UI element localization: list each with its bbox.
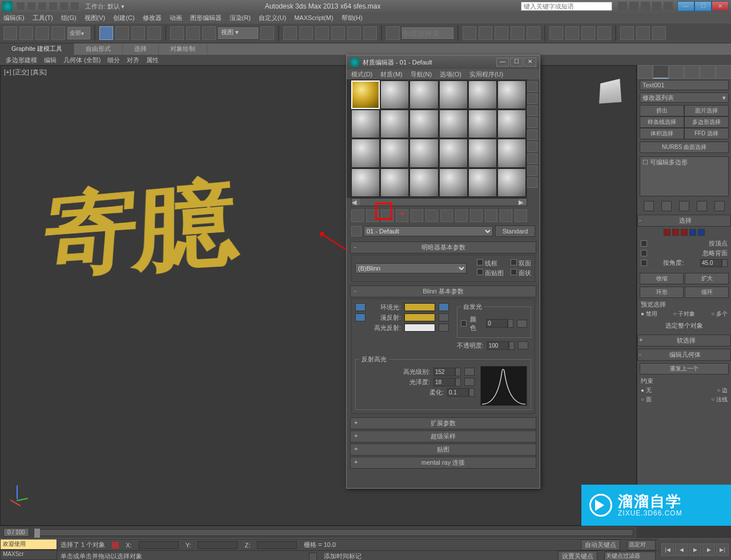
teapot2-icon[interactable] (636, 26, 650, 40)
go-parent-icon[interactable] (500, 210, 512, 222)
rollout-maps-header[interactable]: +贴图 (350, 444, 536, 456)
radio-pv-sub[interactable]: ○ 子对象 (673, 310, 696, 318)
modifier-stack[interactable]: ☐ 可编辑多边形 (640, 156, 729, 196)
manipulate-button[interactable] (283, 26, 297, 40)
put-to-lib-icon[interactable] (440, 210, 453, 222)
spinner-arrows-icon[interactable] (722, 259, 728, 267)
slots-scrollbar[interactable]: ◀▶ (351, 198, 527, 206)
spinner-snap-button[interactable] (363, 26, 377, 40)
mat-slot-17[interactable] (468, 139, 497, 167)
workspace-label[interactable]: 工作台: 默认 (85, 2, 120, 11)
radio-c-none[interactable]: ● 无 (641, 386, 652, 394)
modifier-list-dropdown[interactable]: 修改器列表▾ (640, 92, 729, 103)
mod-btn-poly[interactable]: 多边形选择 (684, 116, 729, 128)
qa-save-icon[interactable] (38, 2, 47, 11)
ribbon-sub-polymodel[interactable]: 多边形建模 (6, 56, 37, 65)
object-name-field[interactable]: Text001 (640, 80, 729, 90)
stack-pin-icon[interactable] (644, 201, 654, 211)
ribbon-tab-graphite[interactable]: Graphite 建模工具 (0, 43, 74, 55)
mat-slot-14[interactable] (380, 139, 409, 167)
mirror-button[interactable] (463, 26, 476, 40)
chk-faceted[interactable]: 面状 (511, 269, 531, 277)
chk-facemap[interactable]: 面贴图 (477, 269, 504, 277)
mat-slot-13[interactable] (351, 139, 380, 167)
select-by-mat-icon[interactable] (527, 166, 537, 176)
coord-z-input[interactable] (257, 541, 297, 549)
chk-wire[interactable]: 线框 (477, 259, 504, 268)
btn-repeat-last[interactable]: 重复上一个 (640, 363, 729, 374)
redo-button[interactable] (19, 26, 33, 40)
mat-slot-9[interactable] (409, 110, 438, 138)
options-icon[interactable] (527, 154, 537, 164)
time-frame-display[interactable]: 0 / 100 (3, 528, 29, 537)
cmd-tab-motion[interactable] (684, 65, 700, 79)
mod-btn-volume[interactable]: 体积选择 (640, 128, 684, 139)
radio-c-face[interactable]: ○ 面 (641, 396, 652, 404)
unlink-button[interactable] (51, 26, 65, 40)
spinner-arrows-icon[interactable] (508, 319, 513, 328)
mat-menu-mode[interactable]: 模式(D) (351, 70, 372, 79)
named-selection-input[interactable] (402, 27, 453, 39)
snap-toggle-button[interactable] (315, 26, 329, 40)
ref-coord-dropdown[interactable]: 视图 ▾ (218, 27, 258, 39)
mat-slot-22[interactable] (439, 168, 468, 197)
spinner-arrows-icon[interactable] (509, 341, 515, 350)
mat-slot-16[interactable] (439, 139, 468, 167)
mat-slot-3[interactable] (409, 80, 438, 109)
qa-new-icon[interactable] (16, 2, 25, 11)
ribbon-tab-paint[interactable]: 对象绘制 (159, 43, 207, 55)
qa-redo-icon[interactable] (59, 2, 69, 11)
make-unique-icon[interactable] (425, 210, 438, 222)
viewport-label[interactable]: [+] [正交] [真实] (4, 68, 47, 76)
infocenter-icon[interactable] (618, 2, 627, 11)
btn-shrink[interactable]: 收缩 (640, 273, 684, 284)
mat-slot-18[interactable] (497, 139, 526, 167)
rollout-editgeo-header[interactable]: -编辑几何体 (637, 349, 731, 361)
play-start-icon[interactable]: |◀ (661, 543, 674, 556)
gloss-map-button[interactable] (464, 378, 475, 386)
window-maximize-button[interactable]: ☐ (694, 1, 712, 11)
play-icon[interactable]: ▶ (689, 543, 701, 556)
mat-slot-1[interactable] (351, 80, 380, 109)
pivot-button[interactable] (260, 26, 274, 40)
selection-filter-dropdown[interactable]: 全部 ▾ (67, 27, 90, 39)
spinner-arrows-icon[interactable] (469, 388, 475, 397)
mat-slot-8[interactable] (380, 110, 409, 138)
subobj-border-icon[interactable] (681, 229, 688, 236)
cmd-tab-create[interactable] (637, 65, 653, 79)
play-prev-icon[interactable]: ◀ (675, 543, 688, 556)
select-rect-button[interactable] (131, 26, 145, 40)
window-minimize-button[interactable]: — (677, 1, 694, 11)
ribbon-tab-freeform[interactable]: 自由形式 (74, 43, 123, 55)
specular-map-button[interactable] (439, 324, 449, 332)
ambient-lock-icon[interactable] (355, 303, 366, 311)
menu-customize[interactable]: 自定义(U) (259, 14, 286, 22)
material-editor-button[interactable] (549, 26, 563, 40)
align-button[interactable] (479, 26, 492, 40)
spec-level-spinner[interactable] (433, 368, 455, 376)
ribbon-sub-geometry[interactable]: 几何体 (全部) (63, 56, 101, 65)
teapot1-icon[interactable] (620, 26, 634, 40)
add-time-tag[interactable]: 添加时间标记 (324, 552, 362, 560)
btn-grow[interactable]: 扩大 (685, 273, 729, 284)
ambient-swatch[interactable] (404, 303, 435, 311)
material-name-dropdown[interactable]: 01 - Default (364, 226, 493, 236)
cmd-tab-display[interactable] (700, 65, 715, 79)
mat-menu-options[interactable]: 选项(O) (440, 70, 461, 79)
soften-spinner[interactable] (447, 388, 469, 397)
material-type-button[interactable]: Standard (495, 225, 535, 237)
subobj-poly-icon[interactable] (689, 229, 696, 236)
backlight-icon[interactable] (527, 94, 537, 104)
mod-btn-nurbs[interactable]: NURBS 曲面选择 (640, 142, 729, 153)
menu-rendering[interactable]: 渲染(R) (230, 14, 251, 22)
move-button[interactable] (170, 26, 184, 40)
mod-btn-extrude[interactable]: 挤出 (640, 105, 684, 116)
menu-maxscript[interactable]: MAXScript(M) (294, 14, 333, 21)
mat-slot-5[interactable] (468, 80, 497, 109)
scale-button[interactable] (202, 26, 216, 40)
btn-ring[interactable]: 环形 (640, 287, 684, 298)
chk-by-angle[interactable] (641, 260, 647, 266)
play-next-icon[interactable]: ▶ (702, 543, 715, 556)
link-button[interactable] (35, 26, 49, 40)
stack-config-icon[interactable] (714, 201, 725, 211)
